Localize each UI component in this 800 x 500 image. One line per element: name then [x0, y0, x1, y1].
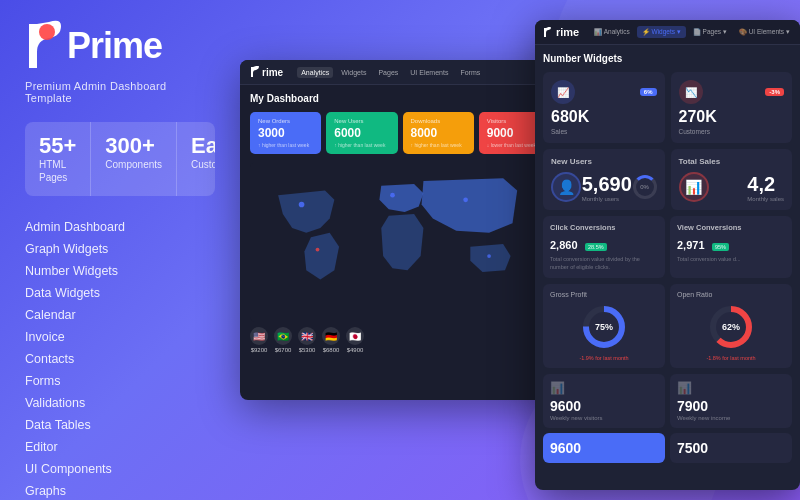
sc2-section-title: Number Widgets — [543, 53, 792, 64]
sc2-body: Number Widgets 📈 6% 680K Sales 📉 -3% — [535, 45, 800, 471]
sc2-view-badge: 95% — [712, 243, 729, 251]
sc2-gross-profit: Gross Profit 75% -1.9% for last month — [543, 284, 665, 368]
sc1-card-visitors-value: 9000 — [487, 126, 542, 140]
sc2-click-badge: 28.5% — [585, 243, 607, 251]
nav-contacts[interactable]: Contacts — [25, 348, 215, 370]
svg-point-3 — [390, 193, 395, 198]
flag-br-icon: 🇧🇷 — [274, 327, 292, 345]
sc1-card-orders-label: New Orders — [258, 118, 313, 124]
nav-number-widgets[interactable]: Number Widgets — [25, 260, 215, 282]
screenshots-area: rime Analytics Widgets Pages UI Elements… — [230, 0, 800, 500]
sc1-card-orders-sub: ↑ higher than last week — [258, 142, 313, 148]
sc2-bottom-val1: 9600 — [543, 433, 665, 463]
sc2-ts-sub: Monthly sales — [747, 196, 784, 202]
sc1-flags-row: 🇺🇸 $9200 🇧🇷 $6700 🇬🇧 $5300 🇩🇪 $6800 🇯🇵 — [250, 327, 550, 353]
sc2-or-title: Open Ratio — [677, 291, 712, 298]
sc2-gp-trend: -1.9% for last month — [579, 355, 628, 361]
sc2-logo: rime — [543, 26, 579, 38]
sc2-nu-sub: Monthly users — [582, 196, 632, 202]
sc2-customers-widget: 📉 -3% 270K Customers — [671, 72, 793, 143]
stat-customization: Easy Customization — [177, 122, 215, 196]
sc2-ts-number: 4,2 — [747, 173, 784, 196]
sc2-ts-icon: 📊 — [679, 172, 709, 202]
sc1-nav-pages[interactable]: Pages — [374, 67, 402, 78]
sc1-card-downloads-sub: ↑ higher than last week — [411, 142, 466, 148]
sc1-flag-jp: 🇯🇵 $4900 — [346, 327, 364, 353]
nav-graphs[interactable]: Graphs — [25, 480, 215, 500]
sc1-card-orders-value: 3000 — [258, 126, 313, 140]
screenshot-widgets: rime 📊 Analytics ⚡ Widgets ▾ 📄 Pages ▾ 🎨… — [535, 20, 800, 490]
sc1-card-visitors-label: Visitors — [487, 118, 542, 124]
nav-calendar[interactable]: Calendar — [25, 304, 215, 326]
sc2-gp-title: Gross Profit — [550, 291, 587, 298]
sc1-nav-analytics[interactable]: Analytics — [297, 67, 333, 78]
nav-invoice[interactable]: Invoice — [25, 326, 215, 348]
sc2-nu-progress: 0% — [633, 175, 657, 199]
nav-admin-dashboard[interactable]: Admin Dashboard — [25, 216, 215, 238]
stat-number-1: 55+ — [39, 134, 76, 158]
sc2-sales-header: 📈 6% — [551, 80, 657, 104]
world-map-svg — [250, 162, 550, 322]
sc1-nav-forms[interactable]: Forms — [456, 67, 484, 78]
logo-icon — [25, 20, 67, 72]
sc2-tab-analytics[interactable]: 📊 Analytics — [589, 26, 634, 38]
sc2-view-conv: View Conversions 2,971 95% Total convers… — [670, 216, 792, 278]
sc2-tabs: 📊 Analytics ⚡ Widgets ▾ 📄 Pages ▾ 🎨 UI E… — [589, 26, 792, 38]
sc2-tab-widgets[interactable]: ⚡ Widgets ▾ — [637, 26, 686, 38]
sc2-customers-label: Customers — [679, 128, 785, 135]
sc1-card-users-value: 6000 — [334, 126, 389, 140]
sc1-dashboard-title: My Dashboard — [250, 93, 550, 104]
sc1-card-visitors-sub: ↓ lower than last week — [487, 142, 542, 148]
sc1-nav-ui[interactable]: UI Elements — [406, 67, 452, 78]
sc2-tab-ui[interactable]: 🎨 UI Elements ▾ — [734, 26, 792, 38]
stat-html-pages: 55+ HTML Pages — [25, 122, 91, 196]
nav-graph-widgets[interactable]: Graph Widgets — [25, 238, 215, 260]
nav-data-tables[interactable]: Data Tables — [25, 414, 215, 436]
sc1-nav-widgets[interactable]: Widgets — [337, 67, 370, 78]
sc2-weekly-income: 📊 7900 Weekly new income — [670, 374, 792, 428]
sc2-nu-header: New Users — [551, 157, 657, 166]
nav-ui-components[interactable]: UI Components — [25, 458, 215, 480]
nav-validations[interactable]: Validations — [25, 392, 215, 414]
sc2-wv-label: Weekly new visitors — [550, 415, 658, 421]
stat-label-2: Components — [105, 158, 162, 171]
stat-number-3: Easy — [191, 134, 215, 158]
svg-point-0 — [39, 24, 55, 40]
sc2-wi-label: Weekly new income — [677, 415, 785, 421]
screenshot-dashboard: rime Analytics Widgets Pages UI Elements… — [240, 60, 560, 400]
sc2-open-ratio: Open Ratio 62% -1.8% for last month — [670, 284, 792, 368]
sc2-top-widgets: 📈 6% 680K Sales 📉 -3% 270K Customers — [543, 72, 792, 143]
svg-point-5 — [316, 248, 320, 252]
sc2-wv-value: 9600 — [550, 398, 658, 414]
flag-us-icon: 🇺🇸 — [250, 327, 268, 345]
flag-gb-icon: 🇬🇧 — [298, 327, 316, 345]
sc2-bottom-row2: 9600 7500 — [543, 433, 792, 463]
sc1-cards: New Orders 3000 ↑ higher than last week … — [250, 112, 550, 154]
stat-components: 300+ Components — [91, 122, 177, 196]
sc2-tab-pages[interactable]: 📄 Pages ▾ — [688, 26, 732, 38]
sc2-wv-icon: 📊 — [550, 381, 658, 395]
world-map — [250, 162, 550, 322]
flag-jp-value: $4900 — [347, 347, 364, 353]
sc2-ts-values: 4,2 Monthly sales — [747, 173, 784, 202]
stat-number-2: 300+ — [105, 134, 162, 158]
sc2-view-value-row: 2,971 95% — [677, 235, 785, 253]
sc2-view-value: 2,971 — [677, 239, 705, 251]
sc2-new-users: New Users 👤 5,690 Monthly users 0% — [543, 149, 665, 210]
sc2-nu-icon: 👤 — [551, 172, 581, 202]
sc2-nu-values: 5,690 Monthly users — [582, 173, 632, 202]
left-panel: Prime Premium Admin Dashboard Template 5… — [0, 0, 240, 500]
svg-point-2 — [299, 202, 305, 208]
stat-label-3: Customization — [191, 158, 215, 171]
sc2-or-value: 62% — [722, 322, 740, 332]
sc2-sales-icon: 📈 — [551, 80, 575, 104]
nav-data-widgets[interactable]: Data Widgets — [25, 282, 215, 304]
logo-area: Prime — [25, 20, 215, 72]
sc2-click-value-row: 2,860 28.5% — [550, 235, 658, 253]
sc2-customers-value: 270K — [679, 108, 785, 126]
sc2-header: rime 📊 Analytics ⚡ Widgets ▾ 📄 Pages ▾ 🎨… — [535, 20, 800, 45]
sc2-ts-header: Total Sales — [679, 157, 785, 166]
nav-editor[interactable]: Editor — [25, 436, 215, 458]
sc1-flag-us: 🇺🇸 $9200 — [250, 327, 268, 353]
nav-forms[interactable]: Forms — [25, 370, 215, 392]
